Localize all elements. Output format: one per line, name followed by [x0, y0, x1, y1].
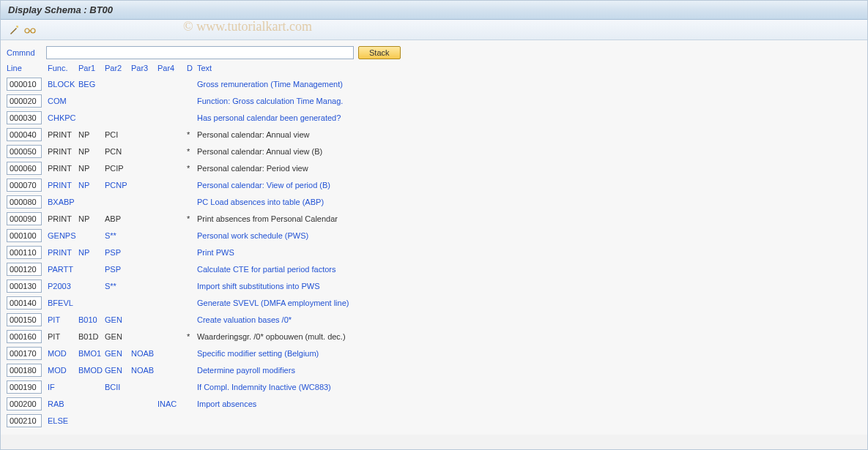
cell-par2: PCIP: [105, 164, 124, 173]
cell-text[interactable]: Specific modifier setting (Belgium): [197, 349, 319, 358]
cell-text[interactable]: Determine payroll modifiers: [197, 366, 295, 375]
stack-button[interactable]: Stack: [358, 46, 401, 59]
cell-par1[interactable]: BMOD: [78, 366, 103, 375]
cell-par2[interactable]: GEN: [105, 366, 122, 375]
table-row: PITB010GENCreate valuation bases /0*: [7, 311, 861, 328]
table-row: PRINTNPPCI*Personal calendar: Annual vie…: [7, 126, 861, 143]
cell-par2[interactable]: GEN: [105, 315, 122, 324]
cell-par2[interactable]: PSP: [105, 265, 121, 274]
cell-par2[interactable]: BCII: [105, 383, 120, 391]
cell-func[interactable]: MOD: [48, 366, 67, 375]
cell-func[interactable]: BXABP: [48, 198, 75, 206]
line-input[interactable]: [7, 78, 42, 91]
line-input[interactable]: [7, 313, 42, 326]
line-input[interactable]: [7, 397, 42, 410]
cell-par2[interactable]: GEN: [105, 349, 122, 358]
cell-text[interactable]: Import shift substitutions into PWS: [197, 282, 320, 290]
cell-par2[interactable]: PSP: [105, 248, 121, 257]
cell-func: PRINT: [48, 214, 72, 223]
cell-text[interactable]: Personal work schedule (PWS): [197, 231, 308, 240]
cell-text[interactable]: Print PWS: [197, 248, 234, 257]
cell-func[interactable]: PIT: [48, 315, 60, 324]
table-row: PRINTNPABP*Print absences from Personal …: [7, 210, 861, 227]
line-input[interactable]: [7, 263, 42, 276]
line-input[interactable]: [7, 212, 42, 225]
line-input[interactable]: [7, 128, 42, 141]
cell-text: Personal calendar: Annual view: [197, 130, 309, 139]
cell-func[interactable]: BFEVL: [48, 299, 73, 307]
line-input[interactable]: [7, 380, 42, 394]
cell-func[interactable]: PARTT: [48, 265, 73, 274]
table-row: IFBCIIIf Compl. Indemnity Inactive (WC88…: [7, 378, 861, 395]
table-row: P2003S**Import shift substitutions into …: [7, 277, 861, 294]
cell-par1[interactable]: BEG: [78, 80, 95, 89]
table-row: RABINACImport absences: [7, 395, 861, 412]
cell-par2[interactable]: PCNP: [105, 181, 127, 190]
svg-point-2: [31, 29, 35, 33]
cell-par1: B01D: [78, 332, 99, 341]
line-input[interactable]: [7, 414, 42, 427]
cell-par4[interactable]: INAC: [157, 400, 177, 408]
cell-func[interactable]: CHKPC: [48, 113, 76, 122]
table-header: Line Func. Par1 Par2 Par3 Par4 D Text: [7, 62, 861, 75]
cell-par2: GEN: [105, 332, 122, 341]
header-text: Text: [197, 64, 861, 72]
line-input[interactable]: [7, 347, 42, 360]
cell-text: Waarderingsgr. /0* opbouwen (mult. dec.): [197, 332, 346, 341]
glasses-icon[interactable]: [24, 24, 36, 36]
cell-par1[interactable]: NP: [78, 181, 89, 190]
cell-text[interactable]: PC Load absences into table (ABP): [197, 198, 324, 206]
cell-par2: ABP: [105, 214, 121, 223]
cell-text[interactable]: Has personal calendar been generated?: [197, 113, 341, 122]
cell-func[interactable]: MOD: [48, 349, 67, 358]
cell-func[interactable]: GENPS: [48, 231, 76, 240]
svg-point-0: [17, 26, 18, 27]
cell-func[interactable]: P2003: [48, 282, 71, 290]
cell-text[interactable]: Generate SVEVL (DMFA employment line): [197, 299, 349, 307]
cell-func[interactable]: RAB: [48, 400, 64, 408]
line-input[interactable]: [7, 162, 42, 175]
cell-par1[interactable]: NP: [78, 248, 89, 257]
header-par4: Par4: [157, 64, 187, 72]
cell-text[interactable]: If Compl. Indemnity Inactive (WC883): [197, 383, 331, 391]
cell-func[interactable]: COM: [48, 97, 67, 105]
cell-par1[interactable]: B010: [78, 315, 97, 324]
cell-text[interactable]: Import absences: [197, 400, 256, 408]
table-row: COMFunction: Gross calculation Time Mana…: [7, 92, 861, 109]
wand-icon[interactable]: [8, 24, 20, 36]
cell-par3[interactable]: NOAB: [131, 366, 154, 375]
line-input[interactable]: [7, 364, 42, 377]
line-input[interactable]: [7, 280, 42, 293]
cell-par3[interactable]: NOAB: [131, 349, 154, 358]
cell-text[interactable]: Create valuation bases /0*: [197, 315, 292, 324]
cell-func[interactable]: PRINT: [48, 248, 72, 257]
line-input[interactable]: [7, 330, 42, 343]
cell-func: PRINT: [48, 130, 72, 139]
cell-par2[interactable]: S**: [105, 231, 116, 240]
line-input[interactable]: [7, 94, 42, 108]
cell-text[interactable]: Function: Gross calculation Time Manag.: [197, 97, 343, 105]
cell-func: PRINT: [48, 147, 72, 156]
cell-text[interactable]: Calculate CTE for partial period factors: [197, 265, 336, 274]
cell-func[interactable]: BLOCK: [48, 80, 75, 89]
line-input[interactable]: [7, 296, 42, 310]
toolbar: [1, 20, 867, 40]
line-input[interactable]: [7, 179, 42, 192]
line-input[interactable]: [7, 195, 42, 209]
command-input[interactable]: [46, 46, 354, 59]
cell-par1[interactable]: BMO1: [78, 349, 101, 358]
cell-func[interactable]: PRINT: [48, 181, 72, 190]
line-input[interactable]: [7, 229, 42, 242]
table-row: PRINTNPPCN*Personal calendar: Annual vie…: [7, 143, 861, 160]
cell-text[interactable]: Personal calendar: View of period (B): [197, 181, 330, 190]
cell-text[interactable]: Gross remuneration (Time Management): [197, 80, 343, 89]
table-row: BXABPPC Load absences into table (ABP): [7, 193, 861, 210]
cell-par2[interactable]: S**: [105, 282, 116, 290]
line-input[interactable]: [7, 145, 42, 158]
cell-func[interactable]: ELSE: [48, 416, 68, 425]
table-row: MODBMODGENNOABDetermine payroll modifier…: [7, 361, 861, 378]
line-input[interactable]: [7, 111, 42, 124]
cell-func[interactable]: IF: [48, 383, 55, 391]
line-input[interactable]: [7, 246, 42, 259]
cell-par1: NP: [78, 164, 89, 173]
